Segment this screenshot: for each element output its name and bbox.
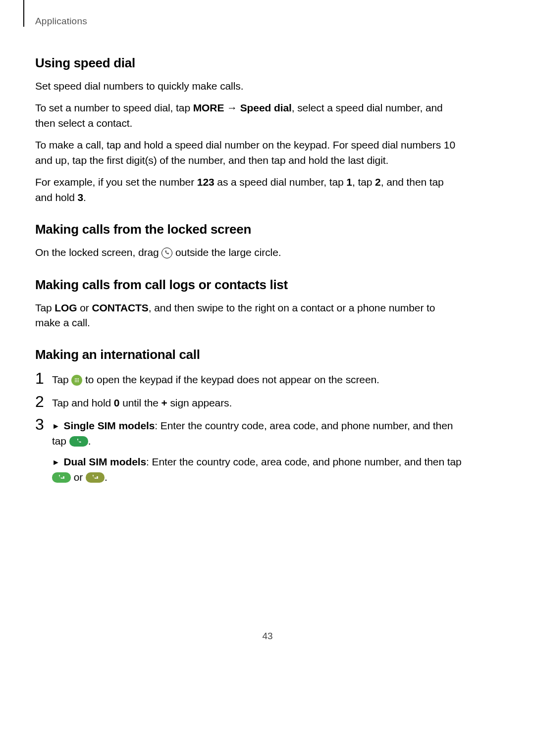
- svg-point-1: [76, 378, 77, 379]
- heading-call-logs: Making calls from call logs or contacts …: [35, 277, 462, 293]
- call-sim1-icon: [52, 472, 71, 483]
- ui-label-more: MORE: [193, 102, 224, 113]
- ui-label-contacts: CONTACTS: [92, 302, 148, 313]
- step-number: 1: [35, 370, 52, 387]
- paragraph: Tap LOG or CONTACTS, and then swipe to t…: [35, 301, 462, 331]
- svg-point-7: [76, 381, 77, 382]
- text: until the: [119, 397, 161, 408]
- triangle-bullet-icon: ►: [52, 420, 60, 432]
- text: .: [88, 435, 91, 447]
- text: On the locked screen, drag: [35, 247, 161, 258]
- svg-rect-10: [97, 476, 98, 479]
- paragraph: To make a call, tap and hold a speed dia…: [35, 138, 462, 168]
- ui-label-log: LOG: [54, 302, 77, 313]
- step-text: ► Single SIM models: Enter the country c…: [52, 416, 462, 449]
- text: To set a number to speed dial, tap: [35, 102, 193, 113]
- text: sign appears.: [167, 397, 232, 408]
- ui-label-speed-dial: Speed dial: [240, 102, 292, 113]
- example-number: 123: [197, 176, 214, 188]
- step-text: Tap to open the keypad if the keypad doe…: [52, 370, 462, 387]
- text: Tap and hold: [52, 397, 114, 408]
- paragraph: To set a number to speed dial, tap MORE …: [35, 101, 462, 131]
- step-2: 2 Tap and hold 0 until the + sign appear…: [35, 394, 462, 410]
- page-content: Using speed dial Set speed dial numbers …: [35, 55, 462, 492]
- digit: 3: [78, 192, 84, 203]
- text: .: [105, 471, 107, 483]
- page-number: 43: [0, 631, 535, 642]
- heading-international: Making an international call: [35, 347, 462, 362]
- header-rule: [23, 0, 24, 27]
- svg-point-5: [78, 380, 79, 381]
- phone-outline-icon: [161, 248, 172, 258]
- keypad-icon: [71, 375, 82, 386]
- svg-point-0: [75, 378, 76, 379]
- header-breadcrumb: Applications: [35, 16, 87, 27]
- digit: 0: [114, 397, 120, 408]
- svg-point-6: [75, 381, 76, 382]
- svg-point-8: [78, 381, 79, 382]
- svg-point-3: [75, 380, 76, 381]
- arrow-right-icon: →: [224, 102, 240, 113]
- step-text: Tap and hold 0 until the + sign appears.: [52, 394, 462, 410]
- digit: 1: [346, 176, 352, 188]
- text: as a speed dial number, tap: [214, 176, 347, 188]
- triangle-bullet-icon: ►: [52, 456, 60, 468]
- text: or: [71, 471, 86, 483]
- paragraph: For example, if you set the number 123 a…: [35, 175, 462, 205]
- paragraph: Set speed dial numbers to quickly make c…: [35, 79, 462, 94]
- step-number: 3: [35, 416, 52, 433]
- text: outside the large circle.: [175, 247, 281, 258]
- paragraph: On the locked screen, drag outside the l…: [35, 245, 462, 260]
- plus-sign: +: [161, 397, 167, 408]
- step-number: 2: [35, 394, 52, 410]
- text: or: [77, 302, 92, 313]
- text: .: [83, 192, 86, 203]
- svg-rect-9: [63, 476, 64, 479]
- model-label-dual-sim: Dual SIM models: [64, 456, 147, 467]
- svg-point-4: [76, 380, 77, 381]
- model-label-single-sim: Single SIM models: [64, 420, 155, 431]
- step-3: 3 ► Single SIM models: Enter the country…: [35, 416, 462, 449]
- step-3-extra: ► Dual SIM models: Enter the country cod…: [52, 454, 462, 485]
- call-button-icon: [69, 436, 88, 447]
- heading-speed-dial: Using speed dial: [35, 55, 462, 71]
- text: : Enter the country code, area code, and…: [146, 456, 462, 467]
- text: , tap: [352, 176, 375, 188]
- call-sim2-icon: [86, 472, 105, 483]
- text: For example, if you set the number: [35, 176, 197, 188]
- digit: 2: [375, 176, 381, 188]
- step-1: 1 Tap to open the keypad if the keypad d…: [35, 370, 462, 387]
- svg-point-2: [78, 378, 79, 379]
- heading-locked-screen: Making calls from the locked screen: [35, 222, 462, 237]
- text: Tap: [35, 302, 54, 313]
- text: to open the keypad if the keypad does no…: [85, 374, 379, 385]
- text: Tap: [52, 374, 71, 385]
